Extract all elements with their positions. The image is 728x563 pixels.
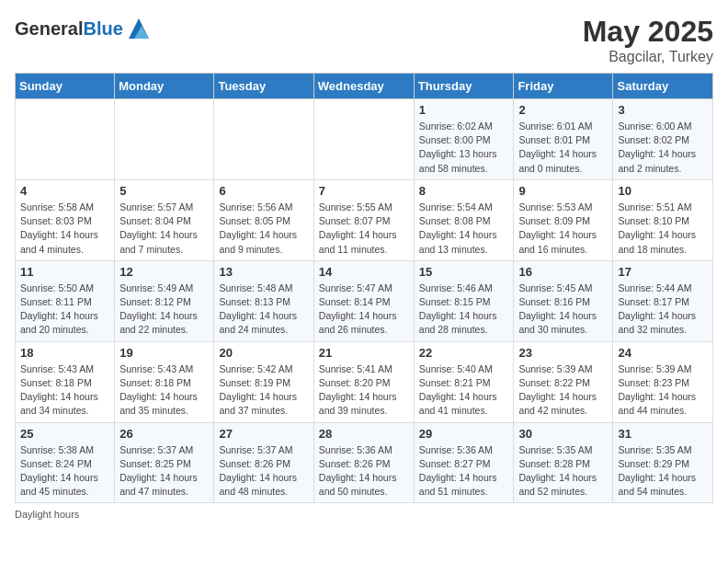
calendar-cell: 9Sunrise: 5:53 AMSunset: 8:09 PMDaylight… (514, 179, 613, 260)
day-number: 16 (518, 265, 608, 279)
calendar-week-4: 18Sunrise: 5:43 AMSunset: 8:18 PMDayligh… (16, 341, 713, 422)
col-header-sunday: Sunday (16, 74, 115, 99)
calendar-cell: 3Sunrise: 6:00 AMSunset: 8:02 PMDaylight… (613, 99, 713, 180)
day-number: 23 (518, 346, 608, 360)
day-info: Sunrise: 5:47 AMSunset: 8:14 PMDaylight:… (319, 282, 409, 338)
title-block: May 2025 Bagcilar, Turkey (583, 15, 713, 65)
day-number: 12 (119, 265, 209, 279)
day-info: Sunrise: 5:40 AMSunset: 8:21 PMDaylight:… (419, 362, 509, 419)
calendar-cell (313, 99, 414, 180)
day-number: 19 (119, 346, 209, 360)
day-info: Sunrise: 6:01 AMSunset: 8:01 PMDaylight:… (518, 120, 608, 176)
day-info: Sunrise: 5:39 AMSunset: 8:22 PMDaylight:… (518, 362, 608, 419)
day-number: 15 (419, 265, 509, 279)
day-info: Sunrise: 5:39 AMSunset: 8:23 PMDaylight:… (618, 362, 708, 419)
calendar-cell: 4Sunrise: 5:58 AMSunset: 8:03 PMDaylight… (16, 179, 115, 260)
day-number: 11 (20, 265, 109, 279)
day-info: Sunrise: 5:36 AMSunset: 8:26 PMDaylight:… (319, 443, 409, 500)
calendar-cell: 20Sunrise: 5:42 AMSunset: 8:19 PMDayligh… (214, 341, 313, 422)
calendar-cell: 12Sunrise: 5:49 AMSunset: 8:12 PMDayligh… (115, 260, 214, 341)
day-info: Sunrise: 5:43 AMSunset: 8:18 PMDaylight:… (20, 362, 109, 419)
col-header-thursday: Thursday (414, 74, 514, 99)
day-number: 25 (20, 427, 109, 441)
day-number: 20 (219, 346, 308, 360)
calendar-cell: 31Sunrise: 5:35 AMSunset: 8:29 PMDayligh… (613, 422, 713, 503)
calendar-cell: 5Sunrise: 5:57 AMSunset: 8:04 PMDaylight… (115, 179, 214, 260)
day-number: 17 (618, 265, 708, 279)
day-info: Sunrise: 5:50 AMSunset: 8:11 PMDaylight:… (20, 282, 109, 338)
calendar-cell: 29Sunrise: 5:36 AMSunset: 8:27 PMDayligh… (414, 422, 514, 503)
calendar-cell: 19Sunrise: 5:43 AMSunset: 8:18 PMDayligh… (115, 341, 214, 422)
day-info: Sunrise: 5:48 AMSunset: 8:13 PMDaylight:… (219, 282, 308, 338)
calendar-cell: 23Sunrise: 5:39 AMSunset: 8:22 PMDayligh… (514, 341, 613, 422)
calendar-week-3: 11Sunrise: 5:50 AMSunset: 8:11 PMDayligh… (16, 260, 713, 341)
logo-icon (125, 15, 153, 42)
col-header-friday: Friday (514, 74, 613, 99)
day-info: Sunrise: 5:42 AMSunset: 8:19 PMDaylight:… (219, 362, 308, 419)
day-info: Sunrise: 5:36 AMSunset: 8:27 PMDaylight:… (419, 443, 509, 500)
calendar-cell: 21Sunrise: 5:41 AMSunset: 8:20 PMDayligh… (313, 341, 414, 422)
day-info: Sunrise: 5:37 AMSunset: 8:25 PMDaylight:… (119, 443, 209, 500)
day-number: 31 (618, 427, 708, 441)
day-number: 8 (419, 184, 509, 198)
day-info: Sunrise: 5:44 AMSunset: 8:17 PMDaylight:… (618, 282, 708, 338)
calendar-cell: 15Sunrise: 5:46 AMSunset: 8:15 PMDayligh… (414, 260, 514, 341)
calendar-cell: 8Sunrise: 5:54 AMSunset: 8:08 PMDaylight… (414, 179, 514, 260)
calendar-cell (16, 99, 115, 180)
calendar-cell: 18Sunrise: 5:43 AMSunset: 8:18 PMDayligh… (16, 341, 115, 422)
day-number: 29 (419, 427, 509, 441)
day-number: 10 (618, 184, 708, 198)
calendar-cell: 28Sunrise: 5:36 AMSunset: 8:26 PMDayligh… (313, 422, 414, 503)
day-info: Sunrise: 5:49 AMSunset: 8:12 PMDaylight:… (119, 282, 209, 338)
day-number: 13 (219, 265, 308, 279)
day-info: Sunrise: 5:58 AMSunset: 8:03 PMDaylight:… (20, 201, 109, 257)
calendar-body: 1Sunrise: 6:02 AMSunset: 8:00 PMDaylight… (16, 99, 713, 503)
calendar-week-1: 1Sunrise: 6:02 AMSunset: 8:00 PMDaylight… (16, 99, 713, 180)
calendar-header: SundayMondayTuesdayWednesdayThursdayFrid… (16, 74, 713, 99)
day-number: 26 (119, 427, 209, 441)
day-info: Sunrise: 5:56 AMSunset: 8:05 PMDaylight:… (219, 201, 308, 257)
col-header-wednesday: Wednesday (313, 74, 414, 99)
calendar-cell: 10Sunrise: 5:51 AMSunset: 8:10 PMDayligh… (613, 179, 713, 260)
day-number: 6 (219, 184, 308, 198)
day-number: 30 (518, 427, 608, 441)
logo-general-text: GeneralBlue (15, 18, 123, 40)
main-title: May 2025 (583, 15, 713, 49)
day-number: 9 (518, 184, 608, 198)
calendar-cell: 13Sunrise: 5:48 AMSunset: 8:13 PMDayligh… (214, 260, 313, 341)
calendar-cell: 22Sunrise: 5:40 AMSunset: 8:21 PMDayligh… (414, 341, 514, 422)
day-info: Sunrise: 5:35 AMSunset: 8:29 PMDaylight:… (618, 443, 708, 500)
day-number: 4 (20, 184, 109, 198)
day-info: Sunrise: 6:00 AMSunset: 8:02 PMDaylight:… (618, 120, 708, 176)
day-info: Sunrise: 5:55 AMSunset: 8:07 PMDaylight:… (319, 201, 409, 257)
logo-blue-label: Blue (83, 18, 122, 39)
calendar-cell (214, 99, 313, 180)
day-info: Sunrise: 5:51 AMSunset: 8:10 PMDaylight:… (618, 201, 708, 257)
calendar-week-5: 25Sunrise: 5:38 AMSunset: 8:24 PMDayligh… (16, 422, 713, 503)
logo: GeneralBlue (15, 15, 153, 42)
calendar-cell: 6Sunrise: 5:56 AMSunset: 8:05 PMDaylight… (214, 179, 313, 260)
calendar-cell: 11Sunrise: 5:50 AMSunset: 8:11 PMDayligh… (16, 260, 115, 341)
logo-general-label: General (15, 18, 83, 39)
calendar-cell: 26Sunrise: 5:37 AMSunset: 8:25 PMDayligh… (115, 422, 214, 503)
day-number: 22 (419, 346, 509, 360)
calendar-cell: 14Sunrise: 5:47 AMSunset: 8:14 PMDayligh… (313, 260, 414, 341)
calendar-cell: 24Sunrise: 5:39 AMSunset: 8:23 PMDayligh… (613, 341, 713, 422)
calendar-cell: 25Sunrise: 5:38 AMSunset: 8:24 PMDayligh… (16, 422, 115, 503)
day-info: Sunrise: 5:54 AMSunset: 8:08 PMDaylight:… (419, 201, 509, 257)
col-header-saturday: Saturday (613, 74, 713, 99)
calendar-cell: 2Sunrise: 6:01 AMSunset: 8:01 PMDaylight… (514, 99, 613, 180)
day-number: 2 (518, 103, 608, 117)
day-number: 18 (20, 346, 109, 360)
calendar-cell: 7Sunrise: 5:55 AMSunset: 8:07 PMDaylight… (313, 179, 414, 260)
day-info: Sunrise: 5:45 AMSunset: 8:16 PMDaylight:… (518, 282, 608, 338)
day-number: 24 (618, 346, 708, 360)
col-header-monday: Monday (115, 74, 214, 99)
day-info: Sunrise: 5:46 AMSunset: 8:15 PMDaylight:… (419, 282, 509, 338)
page-header: GeneralBlue May 2025 Bagcilar, Turkey (15, 15, 713, 65)
day-info: Sunrise: 5:38 AMSunset: 8:24 PMDaylight:… (20, 443, 109, 500)
day-info: Sunrise: 5:53 AMSunset: 8:09 PMDaylight:… (518, 201, 608, 257)
day-number: 7 (319, 184, 409, 198)
calendar-table: SundayMondayTuesdayWednesdayThursdayFrid… (15, 73, 713, 503)
day-number: 1 (419, 103, 509, 117)
